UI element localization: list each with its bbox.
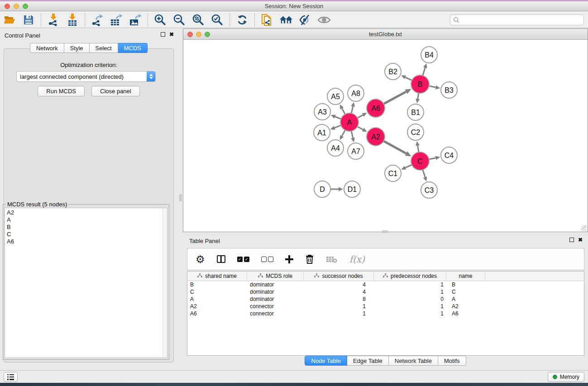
graph-node-C2[interactable]: C2 <box>407 124 424 140</box>
graph-node-A7[interactable]: A7 <box>348 143 364 159</box>
cell-shared-name[interactable]: B <box>187 281 247 288</box>
export-image-icon[interactable] <box>129 13 142 27</box>
table-row[interactable]: Cdominator41C <box>187 288 584 295</box>
network-graph[interactable]: AA6A2BCA5A8A3A1A4A7B2B4B3B1C2C4C1C3DD1 <box>183 40 588 232</box>
close-panel-icon[interactable]: ✖ <box>169 32 174 37</box>
cell-predecessor-nodes[interactable]: 1 <box>374 303 446 310</box>
graph-node-A5[interactable]: A5 <box>327 88 344 105</box>
cell-MCDS-role[interactable]: connector <box>247 303 304 310</box>
export-network-icon[interactable] <box>91 13 104 27</box>
graph-node-C4[interactable]: C4 <box>441 147 457 163</box>
import-network-icon[interactable] <box>47 13 60 27</box>
table-row[interactable]: A2connector11A2 <box>187 303 584 310</box>
cell-predecessor-nodes[interactable]: 1 <box>374 310 446 317</box>
graph-node-B[interactable]: B <box>411 75 429 93</box>
show-columns-icon[interactable] <box>217 255 225 263</box>
select-all-columns-icon[interactable]: ✓✓ <box>237 257 249 262</box>
task-history-button[interactable] <box>4 372 18 382</box>
delete-columns-icon[interactable] <box>305 254 314 264</box>
graph-node-A2[interactable]: A2 <box>367 128 385 146</box>
mcds-result-list[interactable]: A2ABCA6 <box>5 208 167 358</box>
refresh-layout-icon[interactable] <box>235 13 249 27</box>
cell-MCDS-role[interactable]: connector <box>247 310 304 317</box>
show-graphics-details-icon[interactable] <box>317 13 331 27</box>
cell-MCDS-role[interactable]: dominator <box>247 281 304 288</box>
zoom-out-icon[interactable] <box>172 13 186 27</box>
network-canvas[interactable]: AA6A2BCA5A8A3A1A4A7B2B4B3B1C2C4C1C3DD1 <box>183 40 588 232</box>
close-table-panel-icon[interactable]: ✖ <box>578 238 583 242</box>
scrollbar-track[interactable] <box>163 208 167 357</box>
show-style-icon[interactable] <box>298 13 312 27</box>
cell-shared-name[interactable]: A <box>187 295 247 303</box>
cell-successor-nodes[interactable]: 4 <box>304 281 374 288</box>
run-mcds-button[interactable]: Run MCDS <box>38 86 85 96</box>
tab-style[interactable]: Style <box>64 43 90 53</box>
column-header-successor-nodes[interactable]: successor nodes <box>304 272 374 281</box>
network-window-titlebar[interactable]: testGlobe.txt <box>183 29 588 40</box>
cell-predecessor-nodes[interactable]: 1 <box>374 288 446 295</box>
cell-name[interactable]: B <box>446 281 485 288</box>
float-table-panel-icon[interactable] <box>569 238 574 242</box>
mcds-result-item[interactable]: A6 <box>7 238 167 245</box>
edge-A6-B[interactable] <box>383 92 406 105</box>
function-builder-icon[interactable]: f(x) <box>349 254 365 265</box>
mcds-result-item[interactable]: A2 <box>7 209 167 216</box>
cell-shared-name[interactable]: A6 <box>187 310 247 317</box>
close-panel-button[interactable]: Close panel <box>91 86 140 96</box>
delete-table-icon[interactable] <box>326 255 338 263</box>
cell-predecessor-nodes[interactable]: 1 <box>374 281 446 288</box>
cell-successor-nodes[interactable]: 8 <box>304 295 374 303</box>
graph-node-C3[interactable]: C3 <box>421 182 437 198</box>
open-file-icon[interactable] <box>3 13 16 27</box>
table-row[interactable]: Adominator80A <box>187 295 584 303</box>
cell-successor-nodes[interactable]: 1 <box>304 303 374 310</box>
search-input[interactable] <box>460 16 583 24</box>
graph-node-C1[interactable]: C1 <box>385 165 401 181</box>
unselect-all-columns-icon[interactable] <box>261 257 273 262</box>
search-field[interactable] <box>450 14 584 25</box>
import-table-icon[interactable] <box>66 13 79 27</box>
tab-network-table[interactable]: Network Table <box>389 356 438 366</box>
memory-button[interactable]: Memory <box>548 372 584 382</box>
edge-B-B4[interactable] <box>422 68 425 76</box>
horizontal-splitter-grip[interactable] <box>382 230 388 233</box>
column-header-predecessor-nodes[interactable]: predecessor nodes <box>374 272 446 281</box>
cell-successor-nodes[interactable]: 1 <box>304 310 374 317</box>
cell-name[interactable]: A2 <box>446 303 485 310</box>
tab-select[interactable]: Select <box>90 43 118 53</box>
export-table-icon[interactable] <box>110 13 123 27</box>
graph-node-D1[interactable]: D1 <box>344 181 360 197</box>
graph-node-A3[interactable]: A3 <box>314 104 330 120</box>
cell-MCDS-role[interactable]: dominator <box>247 295 304 303</box>
cell-name[interactable]: A6 <box>446 310 485 317</box>
cell-name[interactable]: A <box>446 295 485 303</box>
edge-A2-C[interactable] <box>383 141 406 153</box>
tab-edge-table[interactable]: Edge Table <box>347 356 389 366</box>
mcds-result-item[interactable]: C <box>7 231 167 238</box>
table-row[interactable]: Bdominator41B <box>187 281 584 288</box>
float-panel-icon[interactable] <box>161 32 165 37</box>
graph-node-A1[interactable]: A1 <box>314 124 330 141</box>
tab-node-table[interactable]: Node Table <box>305 356 347 366</box>
cell-MCDS-role[interactable]: dominator <box>247 288 304 295</box>
tab-network[interactable]: Network <box>30 43 64 53</box>
graph-node-A6[interactable]: A6 <box>367 99 385 117</box>
vertical-splitter-grip[interactable] <box>179 194 182 201</box>
cell-name[interactable]: C <box>446 288 485 295</box>
graph-node-A[interactable]: A <box>340 113 359 131</box>
criterion-dropdown[interactable]: largest connected component (directed) <box>16 71 156 82</box>
graph-node-A4[interactable]: A4 <box>327 140 344 156</box>
mcds-result-item[interactable]: B <box>7 224 167 231</box>
column-header-MCDS-role[interactable]: MCDS role <box>247 272 304 281</box>
table-settings-icon[interactable]: ⚙ <box>196 254 205 264</box>
graph-node-B2[interactable]: B2 <box>385 63 401 80</box>
graph-node-B3[interactable]: B3 <box>441 82 457 98</box>
cell-shared-name[interactable]: C <box>187 288 247 295</box>
mcds-result-item[interactable]: A <box>7 216 167 224</box>
network-from-file-icon[interactable] <box>260 13 274 27</box>
tab-mcds[interactable]: MCDS <box>118 43 148 53</box>
graph-node-B1[interactable]: B1 <box>407 104 424 120</box>
cell-shared-name[interactable]: A2 <box>187 303 247 310</box>
tab-motifs[interactable]: Motifs <box>438 356 466 366</box>
graph-node-B4[interactable]: B4 <box>421 47 437 63</box>
